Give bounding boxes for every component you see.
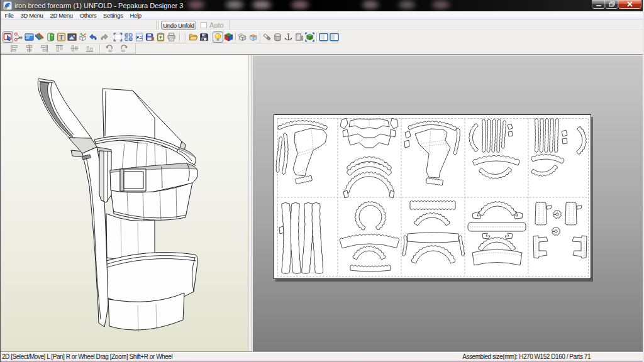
save-icon[interactable] [199, 31, 209, 43]
glass-reflection [252, 1, 271, 9]
toolbar-separator [211, 33, 211, 41]
color-cube-icon[interactable] [223, 31, 234, 43]
anchor-icon[interactable] [283, 31, 294, 43]
texture-letter-icon[interactable]: T [56, 31, 67, 43]
light-bulb-icon[interactable] [213, 31, 223, 43]
menu-3d-menu[interactable]: 3D Menu [17, 11, 47, 19]
svg-text:P.1: P.1 [136, 35, 142, 40]
close-button[interactable] [618, 0, 641, 9]
menu-file[interactable]: File [1, 11, 17, 19]
glass-reflection [188, 1, 204, 9]
menu-bar: File 3D Menu 2D Menu Others Settings Hel… [1, 11, 643, 19]
pattern-drawing [274, 115, 592, 280]
toolbar-separator [185, 33, 186, 41]
toolbar-separator [179, 33, 180, 41]
toolbar-separator [260, 33, 260, 41]
model-hand-guard [103, 89, 186, 151]
align-right-icon[interactable] [39, 44, 50, 53]
status-bar: 2D [Select/Move] L [Pan] R or Wheel Drag… [1, 352, 643, 360]
toolbar-separator [111, 33, 111, 41]
clipboard-icon[interactable] [155, 31, 166, 43]
app-window: iron breed forearm (1) UNFOLD - Pepakura… [0, 0, 644, 362]
svg-text:T: T [59, 33, 64, 40]
sheet-page-7 [340, 201, 399, 272]
pattern-sheet [274, 114, 591, 279]
edit-mode-icon[interactable] [13, 31, 24, 43]
restore-icon [609, 1, 615, 7]
auto-checkbox[interactable] [201, 22, 207, 28]
sheet-page-8 [402, 200, 465, 263]
status-size-text: Assembled size(mm): H270 W152 D160 / Par… [462, 353, 591, 360]
sheet-page-4 [469, 119, 519, 179]
align-top-icon[interactable] [54, 44, 65, 53]
print-icon[interactable] [166, 31, 177, 43]
arrange-parts-icon[interactable] [123, 31, 134, 43]
open-box-icon[interactable] [237, 31, 248, 43]
green-cube-icon[interactable] [304, 31, 315, 43]
undo-unfold-button[interactable]: Undo Unfold [161, 21, 196, 30]
picture-icon[interactable] [67, 31, 77, 43]
glass-reflection [432, 1, 450, 9]
eraser-icon[interactable] [262, 31, 272, 43]
mirror-icon[interactable] [294, 31, 304, 43]
glass-reflection [226, 1, 243, 9]
rotate-right-90-icon[interactable]: 90 [119, 44, 130, 53]
texture-book-icon[interactable] [45, 31, 56, 43]
status-hint-text: 2D [Select/Move] L [Pan] R or Wheel Drag… [2, 353, 172, 360]
sheet-page-5 [531, 119, 587, 177]
minimize-icon [596, 1, 602, 7]
toolbar-separator [158, 21, 159, 30]
svg-text:90: 90 [121, 49, 125, 53]
model-3d-drawing [1, 55, 248, 352]
layout-right-icon[interactable] [329, 31, 340, 43]
undo-icon[interactable] [88, 31, 99, 43]
sheet-page-3 [404, 121, 460, 185]
pane-splitter[interactable] [248, 55, 252, 352]
pencils-icon[interactable] [35, 31, 45, 43]
model-3d-pane[interactable] [1, 55, 248, 352]
sheet-page-9 [468, 201, 526, 265]
maximize-button[interactable] [605, 0, 618, 9]
select-rect-icon[interactable] [113, 31, 123, 43]
select-tool-icon[interactable] [3, 31, 13, 43]
align-center-h-icon[interactable] [24, 44, 35, 53]
page-number-icon[interactable]: P.1 [134, 31, 145, 43]
model-blade [38, 79, 91, 138]
pepakura-app-icon [3, 1, 12, 10]
menu-help[interactable]: Help [126, 11, 145, 19]
sheet-page-1 [276, 120, 328, 184]
toolbar-separator [99, 44, 100, 53]
sheet-page-2 [340, 118, 398, 198]
menu-2d-menu[interactable]: 2D Menu [47, 11, 76, 19]
minimize-button[interactable] [592, 0, 605, 9]
glass-reflection [399, 1, 415, 9]
open-folder-icon[interactable] [188, 31, 199, 43]
sheet-page-10 [533, 202, 587, 258]
main-toolbar: TP.1 [1, 30, 338, 43]
unfold-toolbar: Undo Unfold Auto [1, 20, 643, 30]
settings-window-icon[interactable] [24, 31, 35, 43]
lid-box-icon[interactable] [248, 31, 258, 43]
close-icon [626, 1, 633, 7]
save-parts-icon[interactable] [145, 31, 155, 43]
workspace [1, 54, 643, 351]
svg-text:90: 90 [108, 49, 112, 53]
align-bottom-icon[interactable] [84, 44, 95, 53]
rotate-left-90-icon[interactable]: 90 [104, 44, 114, 53]
title-bar[interactable]: iron breed forearm (1) UNFOLD - Pepakura… [1, 0, 643, 11]
toolbar-separator [229, 21, 230, 30]
align-left-icon[interactable] [9, 44, 19, 53]
layout-left-icon[interactable] [318, 31, 329, 43]
auto-checkbox-label: Auto [209, 21, 224, 30]
menu-others[interactable]: Others [76, 11, 99, 19]
toolbar-separator [156, 21, 157, 30]
menu-settings[interactable]: Settings [100, 11, 127, 19]
edit-toolbar: 9090 [1, 43, 136, 53]
redo-icon[interactable] [99, 31, 109, 43]
pattern-2d-pane[interactable] [253, 55, 643, 352]
toolbar-separator [316, 33, 317, 41]
unfold-box-icon[interactable] [77, 31, 88, 43]
cylinder-icon[interactable] [272, 31, 283, 43]
sheet-page-6 [279, 203, 323, 274]
align-middle-v-icon[interactable] [69, 44, 80, 53]
